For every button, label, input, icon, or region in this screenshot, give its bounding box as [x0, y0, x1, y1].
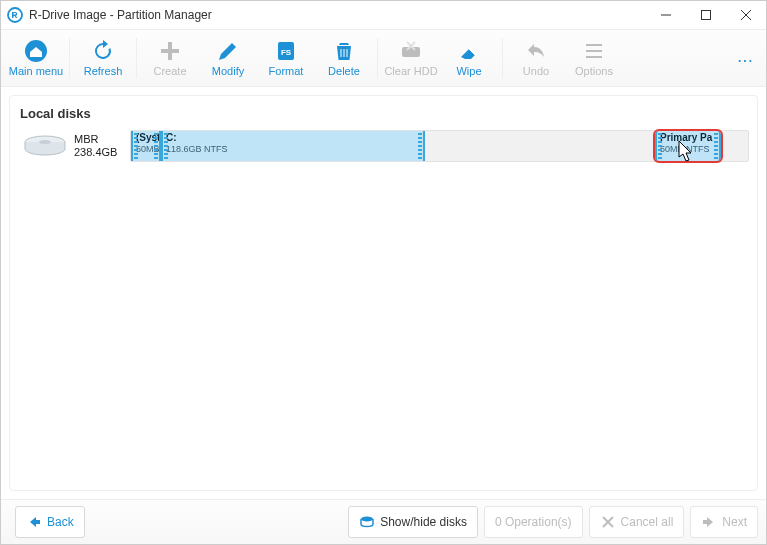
wipe-button[interactable]: Wipe: [441, 32, 497, 84]
titlebar: R-Drive Image - Partition Manager: [1, 1, 766, 30]
resize-handle-right[interactable]: [714, 133, 718, 159]
disk-icon: [22, 133, 68, 159]
refresh-icon: [91, 39, 115, 63]
toolbar: Main menu Refresh Create Modify FS Forma…: [1, 30, 766, 87]
pencil-icon: [216, 39, 240, 63]
minimize-button[interactable]: [646, 1, 686, 29]
partition-bar[interactable]: (Syst50MB NTC:118.6GB NTFSPrimary Pa50MB…: [130, 130, 749, 162]
partition-0[interactable]: (Syst50MB NT: [131, 131, 161, 161]
svg-rect-5: [402, 47, 420, 57]
app-icon: [7, 7, 23, 23]
partition-1[interactable]: C:118.6GB NTFS: [161, 131, 425, 161]
modify-button[interactable]: Modify: [200, 32, 256, 84]
svg-rect-1: [702, 11, 711, 20]
content-panel: Local disks MBR 238.4GB (Syst50MB NTC:11…: [9, 95, 758, 491]
show-hide-disks-button[interactable]: Show/hide disks: [348, 506, 478, 538]
local-disks-heading: Local disks: [20, 106, 749, 121]
trash-icon: [332, 39, 356, 63]
resize-handle-left[interactable]: [164, 133, 168, 159]
options-button: Options: [566, 32, 622, 84]
format-icon: FS: [274, 39, 298, 63]
undo-icon: [524, 39, 548, 63]
back-button[interactable]: Back: [15, 506, 85, 538]
app-window: R-Drive Image - Partition Manager Main m…: [0, 0, 767, 545]
maximize-button[interactable]: [686, 1, 726, 29]
partition-subtitle: 50MB NTFS: [660, 144, 716, 155]
resize-handle-left[interactable]: [658, 133, 662, 159]
partition-2[interactable]: Primary Pa50MB NTFS: [655, 131, 721, 161]
disk-info: MBR 238.4GB: [74, 133, 130, 159]
operations-button: 0 Operation(s): [484, 506, 583, 538]
hdd-x-icon: [399, 39, 423, 63]
arrow-right-icon: [701, 514, 717, 530]
partition-subtitle: 50MB NT: [136, 144, 156, 155]
disk-scheme: MBR: [74, 133, 130, 146]
plus-icon: [158, 39, 182, 63]
arrow-left-icon: [26, 514, 42, 530]
menu-icon: [582, 39, 606, 63]
clear-hdd-button: Clear HDD: [383, 32, 439, 84]
svg-text:FS: FS: [281, 48, 292, 57]
partition-subtitle: 118.6GB NTFS: [166, 144, 420, 155]
window-title: R-Drive Image - Partition Manager: [29, 8, 212, 22]
eraser-icon: [457, 39, 481, 63]
svg-point-7: [39, 140, 51, 144]
disk-size: 238.4GB: [74, 146, 130, 159]
refresh-button[interactable]: Refresh: [75, 32, 131, 84]
resize-handle-right[interactable]: [154, 133, 158, 159]
partition-title: Primary Pa: [660, 132, 716, 144]
main-menu-button[interactable]: Main menu: [8, 32, 64, 84]
create-button: Create: [142, 32, 198, 84]
svg-point-8: [361, 517, 373, 522]
home-icon: [24, 39, 48, 63]
x-icon: [600, 514, 616, 530]
delete-button[interactable]: Delete: [316, 32, 372, 84]
disk-row: MBR 238.4GB (Syst50MB NTC:118.6GB NTFSPr…: [18, 129, 749, 163]
cancel-all-button: Cancel all: [589, 506, 685, 538]
format-button[interactable]: FS Format: [258, 32, 314, 84]
more-button[interactable]: ...: [732, 47, 760, 69]
resize-handle-right[interactable]: [418, 133, 422, 159]
close-button[interactable]: [726, 1, 766, 29]
partition-title: C:: [166, 132, 420, 144]
undo-button: Undo: [508, 32, 564, 84]
footer: Back Show/hide disks 0 Operation(s) Canc…: [1, 499, 766, 544]
next-button: Next: [690, 506, 758, 538]
disks-icon: [359, 514, 375, 530]
resize-handle-left[interactable]: [134, 133, 138, 159]
partition-title: (Syst: [136, 132, 156, 144]
